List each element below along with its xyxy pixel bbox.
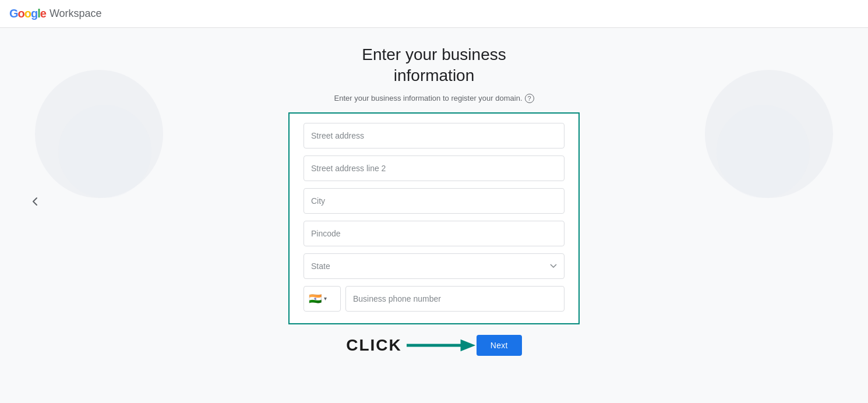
state-field: State Andhra Pradesh Delhi Gujarat Karna… [304,253,564,279]
phone-number-input[interactable] [345,286,564,312]
phone-country-selector[interactable]: 🇮🇳 ▾ [304,286,341,312]
flag-chevron-icon: ▾ [324,295,327,302]
street-address-line2-input[interactable] [304,155,564,181]
header: Google Workspace [0,0,868,28]
city-field [304,188,564,214]
page-title: Enter your businessinformation [362,44,506,87]
logo: Google Workspace [9,7,102,20]
main-content: Enter your businessinformation Enter you… [0,28,868,403]
india-flag-icon: 🇮🇳 [309,294,322,304]
click-label: CLICK [346,336,402,355]
street-address-input[interactable] [304,123,564,149]
city-input[interactable] [304,188,564,214]
street-address-line2-field [304,155,564,181]
svg-marker-1 [460,339,475,351]
back-button[interactable] [26,192,44,211]
help-icon[interactable]: ? [525,94,534,103]
phone-field: 🇮🇳 ▾ [304,286,564,312]
state-select[interactable]: State Andhra Pradesh Delhi Gujarat Karna… [304,253,564,279]
page-subtitle: Enter your business information to regis… [334,94,534,103]
click-annotation: CLICK [346,336,402,355]
pincode-input[interactable] [304,221,564,246]
workspace-text: Workspace [50,8,102,20]
next-button[interactable]: Next [477,335,522,356]
click-arrow [407,335,477,356]
form-container: State Andhra Pradesh Delhi Gujarat Karna… [288,112,580,324]
pincode-field [304,221,564,246]
google-logo-letters: Google [9,7,46,20]
phone-row: 🇮🇳 ▾ [304,286,564,312]
street-address-field [304,123,564,149]
